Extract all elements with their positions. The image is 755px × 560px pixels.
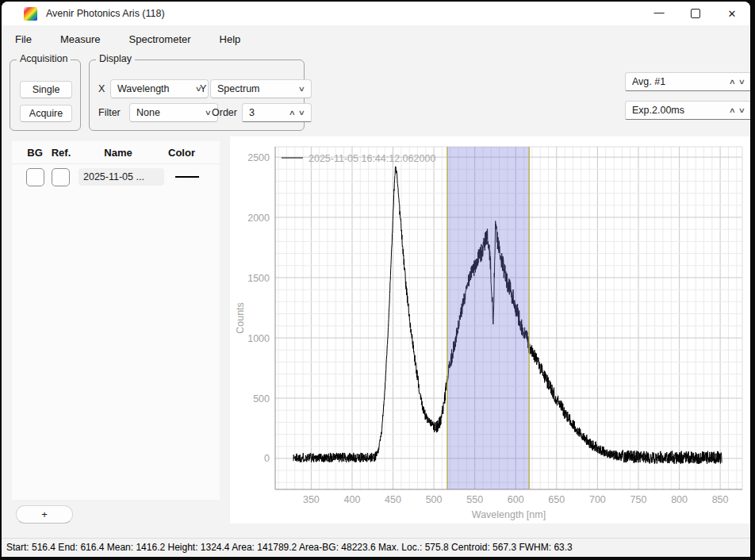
display-group: Display X Wavelength ∨ Y Spectrum ∨ Filt… <box>89 59 305 131</box>
x-axis-select[interactable]: Wavelength ∨ <box>110 79 209 98</box>
app-window: Avenir Photonics Aris (118) — ✕ FileMeas… <box>2 2 750 557</box>
x-tick-label: 500 <box>426 494 443 505</box>
x-axis-value: Wavelength <box>117 83 191 94</box>
x-tick-label: 600 <box>508 494 524 505</box>
y-tick-label: 2000 <box>247 213 270 224</box>
order-spinner[interactable]: 3 ∧ ∨ <box>242 103 312 122</box>
spectrum-color-swatch[interactable] <box>175 176 199 178</box>
statusbar: Start: 516.4 End: 616.4 Mean: 1416.2 Hei… <box>2 538 750 557</box>
x-tick-label: 800 <box>671 494 688 505</box>
averaging-value: Avg. #1 <box>632 76 725 87</box>
minimize-button[interactable]: — <box>641 2 677 25</box>
table-header-row: BG Ref. Name Color <box>12 141 220 164</box>
maximize-button[interactable] <box>677 2 714 25</box>
x-tick-label: 650 <box>548 494 565 505</box>
chevron-up-icon: ∧ <box>288 109 295 117</box>
close-icon: ✕ <box>728 8 737 20</box>
menubar: FileMeasureSpectrometerHelp <box>13 27 243 51</box>
x-tick-label: 400 <box>344 494 361 505</box>
chevron-up-icon: ∧ <box>728 106 735 114</box>
exposure-spinner[interactable]: Exp.2.00ms ∧ ∨ <box>625 101 750 120</box>
y-axis-title: Counts <box>235 302 246 334</box>
chevron-down-icon: ∨ <box>738 106 745 114</box>
y-axis-label: Y <box>200 79 206 98</box>
single-button[interactable]: Single <box>20 81 72 98</box>
chevron-down-icon: ∨ <box>205 109 212 117</box>
order-value: 3 <box>249 107 285 118</box>
maximize-icon <box>691 9 700 18</box>
chevron-down-icon: ∨ <box>738 78 745 86</box>
header-color: Color <box>163 147 201 159</box>
x-axis-title: Wavelength [nm] <box>472 509 546 520</box>
acquisition-group: Acquisition Single Acquire <box>10 59 81 131</box>
menu-item-help[interactable]: Help <box>217 32 243 47</box>
display-group-label: Display <box>96 53 135 64</box>
ref-checkbox[interactable] <box>52 168 70 186</box>
titlebar[interactable]: Avenir Photonics Aris (118) — ✕ <box>2 2 750 25</box>
chart-panel: 3504004505005506006507007508008500500100… <box>230 136 750 524</box>
spectrum-name[interactable]: 2025-11-05 ... <box>79 168 164 186</box>
exposure-value: Exp.2.00ms <box>632 105 725 116</box>
chevron-down-icon: ∨ <box>298 109 305 117</box>
app-icon <box>24 7 37 21</box>
header-bg: BG <box>23 147 47 159</box>
filter-value: None <box>136 107 201 118</box>
averaging-spinner[interactable]: Avg. #1 ∧ ∨ <box>625 72 750 91</box>
chevron-down-icon: ∨ <box>298 85 305 93</box>
x-tick-label: 700 <box>589 494 606 505</box>
add-spectrum-button[interactable]: + <box>16 505 73 524</box>
menu-item-measure[interactable]: Measure <box>58 32 103 47</box>
y-tick-label: 500 <box>253 393 270 405</box>
minimize-icon: — <box>654 2 665 25</box>
table-row: 2025-11-05 ... <box>12 164 220 190</box>
x-tick-label: 450 <box>385 494 401 505</box>
header-ref: Ref. <box>48 147 74 159</box>
filter-label: Filter <box>98 103 121 122</box>
spectra-panel: BG Ref. Name Color 2025-11-05 ... <box>12 141 220 500</box>
bg-checkbox[interactable] <box>26 168 44 186</box>
y-tick-label: 1500 <box>247 273 270 284</box>
menu-item-spectrometer[interactable]: Spectrometer <box>127 32 194 47</box>
y-tick-label: 2500 <box>247 152 270 163</box>
acquisition-group-label: Acquisition <box>17 53 71 64</box>
y-tick-label: 1000 <box>247 333 270 344</box>
acquire-button[interactable]: Acquire <box>20 105 72 122</box>
spectrum-chart[interactable]: 3504004505005506006507007508008500500100… <box>230 136 750 524</box>
x-tick-label: 550 <box>466 494 483 505</box>
legend-label: 2025-11-05 16:44:12.062000 <box>309 153 435 164</box>
menu-item-file[interactable]: File <box>13 32 34 47</box>
chevron-up-icon: ∧ <box>728 78 735 86</box>
status-measurements: Start: 516.4 End: 616.4 Mean: 1416.2 Hei… <box>6 542 573 553</box>
window-title: Avenir Photonics Aris (118) <box>46 2 165 25</box>
window-controls: — ✕ <box>641 2 750 25</box>
filter-select[interactable]: None ∨ <box>129 103 218 122</box>
x-tick-label: 750 <box>630 494 647 505</box>
x-tick-label: 350 <box>303 494 320 505</box>
close-button[interactable]: ✕ <box>714 2 750 25</box>
header-name: Name <box>77 147 159 159</box>
x-axis-label: X <box>98 79 105 98</box>
y-tick-label: 0 <box>264 453 270 464</box>
x-tick-label: 850 <box>712 494 729 505</box>
y-axis-value: Spectrum <box>217 83 294 94</box>
order-label: Order <box>212 103 237 122</box>
selection-region[interactable] <box>447 147 529 489</box>
y-axis-select[interactable]: Spectrum ∨ <box>210 79 312 98</box>
